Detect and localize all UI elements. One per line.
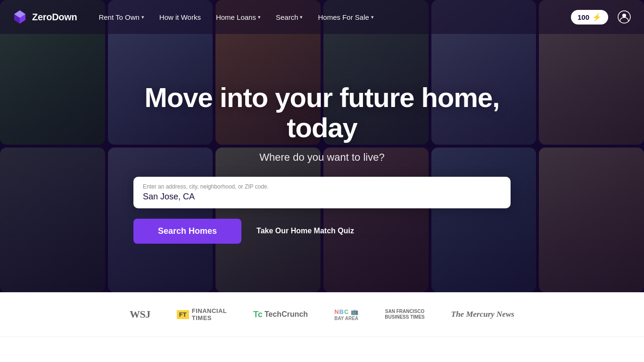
chevron-down-icon: ▾ (141, 14, 144, 20)
hero-content: Move into your future home, today Where … (0, 0, 644, 292)
logo-link[interactable]: ZeroDown (11, 8, 77, 25)
search-homes-button[interactable]: Search Homes (133, 219, 241, 244)
hero-subtitle: Where do you want to live? (259, 151, 384, 164)
techcrunch-icon: Tc (253, 310, 263, 320)
svg-point-1 (622, 14, 626, 17)
search-label: Enter an address, city, neighborhood, or… (143, 183, 501, 190)
search-box: Enter an address, city, neighborhood, or… (133, 177, 511, 208)
hero-actions: Search Homes Take Our Home Match Quiz (133, 219, 511, 244)
chevron-down-icon: ▾ (371, 14, 374, 20)
nav-search[interactable]: Search ▾ (269, 9, 310, 25)
chevron-down-icon: ▾ (258, 14, 261, 20)
nav-rent-to-own[interactable]: Rent To Own ▾ (92, 9, 150, 25)
user-profile-button[interactable] (616, 8, 633, 25)
chevron-down-icon: ▾ (300, 14, 303, 20)
press-techcrunch-logo: Tc TechCrunch (253, 310, 308, 320)
hero-title: Move into your future home, today (110, 82, 534, 143)
zerodown-logo-icon (11, 8, 28, 25)
nav-home-loans[interactable]: Home Loans ▾ (209, 9, 267, 25)
user-icon (618, 10, 631, 24)
press-ft-logo: FT FINANCIALTIMES (177, 307, 227, 321)
nbc-peacock-icon: NBC 📺 (334, 308, 358, 315)
bottom-section: The security of (0, 337, 644, 362)
search-input[interactable] (143, 192, 501, 202)
press-wsj-logo: WSJ (130, 308, 150, 321)
nav-right: 100 ⚡ (571, 8, 633, 25)
brand-name: ZeroDown (32, 12, 77, 23)
score-icon: ⚡ (592, 13, 602, 22)
score-badge[interactable]: 100 ⚡ (571, 10, 608, 25)
press-bar: WSJ FT FINANCIALTIMES Tc TechCrunch NBC … (0, 292, 644, 337)
navbar: ZeroDown Rent To Own ▾ How it Works Home… (0, 0, 644, 34)
press-nbc-logo: NBC 📺 BAY AREA (334, 308, 358, 321)
score-value: 100 (578, 13, 589, 21)
nav-homes-for-sale[interactable]: Homes For Sale ▾ (311, 9, 380, 25)
ft-box: FT (177, 310, 189, 319)
press-sfbt-logo: SAN FRANCISCOBUSINESS TIMES (385, 309, 424, 320)
hero-section: Move into your future home, today Where … (0, 0, 644, 292)
home-match-quiz-link[interactable]: Take Our Home Match Quiz (256, 227, 354, 235)
nav-links: Rent To Own ▾ How it Works Home Loans ▾ … (92, 9, 571, 25)
press-mercury-logo: The Mercury News (451, 310, 514, 319)
nav-how-it-works[interactable]: How it Works (153, 9, 207, 25)
